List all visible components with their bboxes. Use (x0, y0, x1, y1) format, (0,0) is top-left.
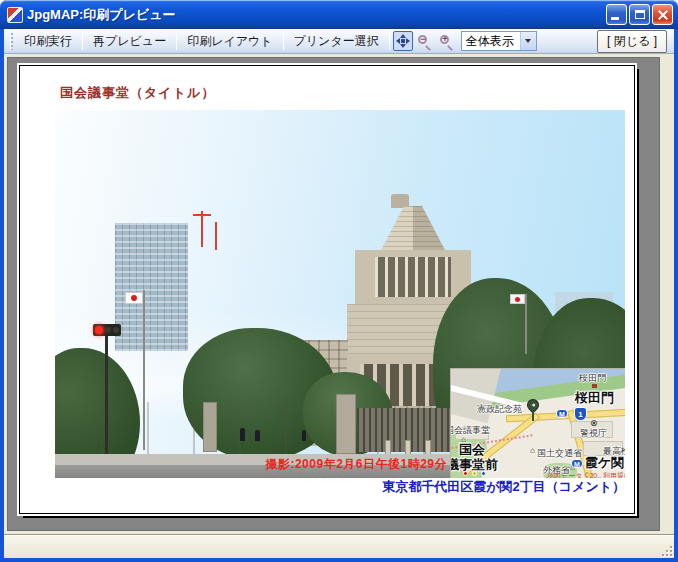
metro-line-dot (463, 471, 468, 476)
bollard (405, 440, 411, 455)
toolbar-grip[interactable] (10, 33, 13, 50)
crane-icon (193, 214, 211, 216)
zoom-mode-combobox[interactable]: 全体表示 (461, 31, 537, 51)
photo-timestamp-caption: 撮影:2009年2月6日午後1時29分 (265, 456, 447, 473)
flagpole-right (525, 294, 527, 354)
preview-client-area: 国会議事堂（タイトル） (4, 54, 674, 534)
fit-to-window-button[interactable] (393, 31, 413, 51)
metro-line-dot (481, 471, 486, 476)
japan-flag-right (510, 294, 525, 304)
toolbar-separator (283, 33, 284, 50)
traffic-light (93, 324, 121, 336)
photo-comment-caption: 東京都千代田区霞が関2丁目（コメント） (382, 478, 625, 496)
gate-icon (592, 384, 597, 388)
metro-badge: M (556, 409, 568, 418)
crane-icon (215, 222, 217, 250)
chevron-down-icon[interactable] (520, 32, 536, 50)
metro-line-dot (472, 471, 477, 476)
map-label-sakuradamon: 桜田門 (575, 389, 614, 407)
map-label-keishicho: 警視庁 (580, 427, 607, 440)
map-inset: 桜田門 桜田門 M 1 憲政記念苑 ⊗ 警視庁 国会議事堂 ⌂ 国会 議事堂前 (450, 368, 625, 478)
skyscraper-left (115, 223, 188, 351)
map-attribution: 地図データ ©20.. 利用規約 (547, 471, 625, 478)
zoom-mode-value: 全体表示 (462, 33, 520, 50)
toolbar-separator (82, 33, 83, 50)
traffic-light-off (105, 327, 111, 333)
zoom-in-icon: + (439, 34, 454, 49)
metro-badge: M (571, 459, 583, 468)
preview-panel: 国会議事堂（タイトル） (7, 57, 660, 531)
zoom-in-button[interactable]: + (437, 31, 457, 51)
print-execute-button[interactable]: 印刷実行 (16, 30, 80, 53)
toolbar: 印刷実行 再プレビュー 印刷レイアウト プリンター選択 − + 全体表示 [ 閉… (4, 29, 674, 54)
app-icon (7, 7, 23, 23)
close-preview-button[interactable]: [ 閉じる ] (597, 30, 667, 53)
diet-tower-steps (381, 206, 445, 250)
traffic-light-off (113, 327, 119, 333)
diet-tower-cap (391, 194, 409, 208)
building-icon: ⌂ (530, 446, 535, 455)
diet-building-photo: 撮影:2009年2月6日午後1時29分 (55, 110, 625, 478)
maximize-button[interactable] (629, 4, 650, 25)
fit-to-window-icon (396, 34, 410, 48)
pedestrian (240, 428, 245, 441)
status-bar (4, 536, 674, 558)
crane-icon (201, 211, 203, 247)
toolbar-separator (176, 33, 177, 50)
window-title: JpgMAP:印刷プレビュー (27, 6, 604, 24)
zoom-out-button[interactable]: − (415, 31, 435, 51)
gate-post-left (336, 394, 356, 454)
repreview-button[interactable]: 再プレビュー (85, 30, 174, 53)
minimize-button[interactable] (606, 4, 627, 25)
diet-tower-opening (375, 257, 451, 297)
bollard (385, 440, 391, 455)
print-layout-button[interactable]: 印刷レイアウト (179, 30, 280, 53)
pedestrian (255, 430, 260, 441)
pedestrian (302, 430, 306, 441)
route-1-shield: 1 (574, 407, 587, 421)
close-window-button[interactable] (652, 4, 673, 25)
maximize-icon (635, 10, 645, 19)
map-pin-stem (532, 410, 534, 421)
map-label-kensei-kinen: 憲政記念苑 (477, 403, 522, 416)
close-icon (657, 9, 669, 21)
traffic-light-red (95, 326, 103, 334)
bollard (425, 440, 431, 455)
map-label-kasumigaseki: 霞ケ関 (585, 454, 624, 472)
toolbar-separator (389, 33, 390, 50)
wall-post (203, 402, 217, 452)
resize-grip[interactable] (660, 544, 673, 557)
japan-flag-left (125, 292, 143, 304)
title-bar[interactable]: JpgMAP:印刷プレビュー (0, 0, 678, 29)
print-page: 国会議事堂（タイトル） (19, 65, 635, 514)
map-label-kokkai-gijido: 国会議事堂 (450, 424, 490, 437)
printer-select-button[interactable]: プリンター選択 (286, 30, 387, 53)
zoom-out-icon: − (417, 34, 432, 49)
minimize-icon (611, 17, 619, 20)
photo-title-caption: 国会議事堂（タイトル） (60, 84, 215, 102)
app-window: JpgMAP:印刷プレビュー 印刷実行 再プレビュー 印刷レイアウト プリンター… (0, 0, 678, 562)
